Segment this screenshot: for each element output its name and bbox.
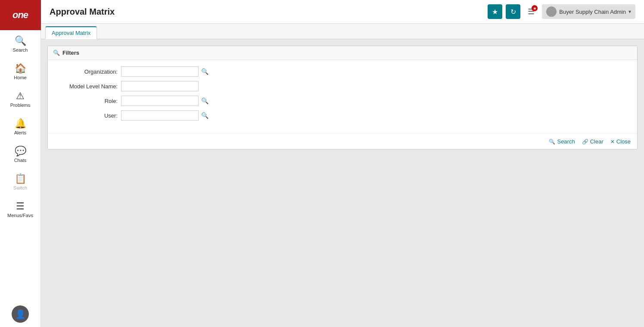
sidebar-item-switch[interactable]: 📋 Switch [0,168,40,196]
filter-row-role: Role: 🔍 [56,96,628,106]
sidebar-item-problems[interactable]: ⚠ Problems [0,85,40,113]
close-action-label: Close [616,138,631,145]
clear-action-label: Clear [590,138,604,145]
search-nav-icon: 🔍 [15,35,26,47]
user-input[interactable] [121,110,199,121]
sidebar-item-alerts[interactable]: 🔔 Alerts [0,113,40,140]
star-icon: ★ [492,8,498,16]
search-action-icon: 🔍 [549,139,555,145]
sidebar-item-switch-label: Switch [13,185,27,190]
clear-action-icon: 🔗 [582,139,588,145]
search-button[interactable]: 🔍 Search [549,138,575,145]
sidebar: one 🔍 Search 🏠 Home ⚠ Problems 🔔 Alerts … [0,0,41,327]
filter-row-user: User: 🔍 [56,110,628,121]
avatar-circle: 👤 [12,305,29,323]
filter-actions: 🔍 Search 🔗 Clear ✕ Close [48,134,637,149]
user-name: Buyer Supply Chain Admin [559,9,626,15]
filter-panel-title: Filters [62,50,79,56]
refresh-button[interactable]: ↻ [506,4,520,19]
user-avatar[interactable]: 👤 [12,305,29,323]
refresh-icon: ↻ [510,8,516,16]
favorite-button[interactable]: ★ [488,4,502,19]
problems-icon: ⚠ [16,90,25,102]
organization-input[interactable] [121,66,199,77]
search-action-label: Search [557,138,575,145]
switch-icon: 📋 [15,173,26,184]
organization-search-button[interactable]: 🔍 [200,67,209,76]
clear-button[interactable]: 🔗 Clear [582,138,604,145]
page-header: Approval Matrix ★ ↻ ☰ ★ Buyer Supply Cha… [41,0,644,24]
tab-approval-matrix[interactable]: Approval Matrix [45,26,97,39]
user-avatar-small [546,6,557,17]
content-area: 🔍 Filters Organization: 🔍 Model Level Na… [41,39,644,327]
role-search-icon: 🔍 [201,97,208,104]
model-level-name-input[interactable] [121,81,199,91]
sidebar-item-search[interactable]: 🔍 Search [0,30,40,58]
menu-notification-button[interactable]: ☰ ★ [524,4,538,19]
role-input[interactable] [121,96,199,106]
organization-search-icon: 🔍 [201,68,208,75]
sidebar-item-home[interactable]: 🏠 Home [0,58,40,85]
user-dropdown[interactable]: Buyer Supply Chain Admin ▾ [542,4,635,19]
tab-label: Approval Matrix [52,30,90,36]
alerts-icon: 🔔 [15,118,26,129]
role-label: Role: [56,98,121,104]
filter-panel: 🔍 Filters Organization: 🔍 Model Level Na… [47,46,638,149]
user-label: User: [56,112,121,119]
home-icon: 🏠 [15,63,26,74]
sidebar-item-problems-label: Problems [10,103,30,108]
model-level-name-label: Model Level Name: [56,83,121,90]
logo[interactable]: one [0,0,41,30]
sidebar-item-chats-label: Chats [14,158,27,163]
sidebar-item-alerts-label: Alerts [14,130,26,135]
chevron-down-icon: ▾ [628,9,631,15]
sidebar-item-menus-label: Menus/Favs [7,213,33,218]
sidebar-item-menus[interactable]: ☰ Menus/Favs [0,196,40,223]
main-content: Approval Matrix ★ ↻ ☰ ★ Buyer Supply Cha… [41,0,644,327]
sidebar-item-chats[interactable]: 💬 Chats [0,140,40,168]
tab-bar: Approval Matrix [41,24,644,39]
role-search-button[interactable]: 🔍 [200,97,209,105]
filter-search-icon: 🔍 [53,50,60,56]
sidebar-item-search-label: Search [13,47,28,53]
filter-row-model-level-name: Model Level Name: [56,81,628,91]
close-action-icon: ✕ [610,139,615,145]
notification-badge: ★ [532,5,538,11]
chats-icon: 💬 [15,146,26,157]
filter-panel-header: 🔍 Filters [48,46,637,60]
close-button[interactable]: ✕ Close [610,138,631,145]
header-actions: ★ ↻ ☰ ★ Buyer Supply Chain Admin ▾ [488,4,635,19]
organization-label: Organization: [56,69,121,75]
menus-icon: ☰ [16,201,25,212]
sidebar-item-home-label: Home [14,75,26,80]
user-search-button[interactable]: 🔍 [200,111,209,120]
logo-text: one [12,9,28,21]
page-title: Approval Matrix [50,7,488,17]
badge-star-icon: ★ [533,6,537,11]
filter-body: Organization: 🔍 Model Level Name: Role: [48,60,637,131]
filter-row-organization: Organization: 🔍 [56,66,628,77]
user-search-icon: 🔍 [201,112,208,119]
